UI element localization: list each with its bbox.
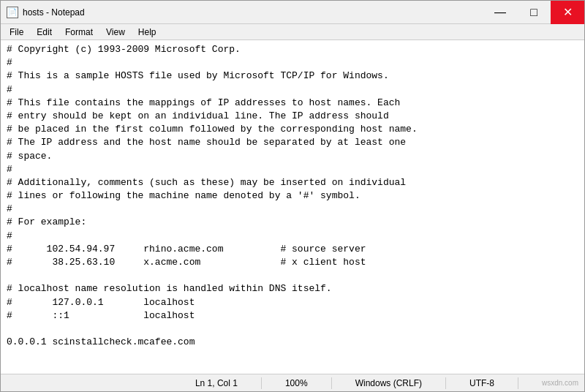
status-encoding: UTF-8	[469, 378, 494, 388]
status-divider-2	[331, 377, 332, 389]
zoom-label: 100%	[285, 378, 308, 388]
app-icon: 📄	[7, 7, 18, 18]
editor-content[interactable]: # Copyright (c) 1993-2009 Microsoft Corp…	[7, 43, 578, 374]
status-divider-1	[261, 377, 262, 389]
watermark-label: wsxdn.com	[542, 379, 578, 387]
window-title: hosts - Notepad	[23, 7, 85, 18]
menu-view[interactable]: View	[100, 26, 131, 39]
title-bar-left: 📄 hosts - Notepad	[7, 7, 85, 18]
editor-area[interactable]: # Copyright (c) 1993-2009 Microsoft Corp…	[1, 40, 584, 374]
maximize-button[interactable]: □	[517, 1, 551, 24]
menu-help[interactable]: Help	[132, 26, 162, 39]
close-button[interactable]: ✕	[551, 1, 584, 24]
window-controls: — □ ✕	[483, 1, 584, 24]
position-label: Ln 1, Col 1	[195, 378, 238, 388]
status-watermark: wsxdn.com	[542, 379, 578, 387]
status-line-endings: Windows (CRLF)	[355, 378, 422, 388]
status-position: Ln 1, Col 1	[195, 378, 238, 388]
status-bar: Ln 1, Col 1 100% Windows (CRLF) UTF-8 ws…	[1, 374, 584, 391]
status-divider-3	[445, 377, 446, 389]
minimize-button[interactable]: —	[483, 1, 517, 24]
title-bar: 📄 hosts - Notepad — □ ✕	[1, 1, 584, 24]
menu-file[interactable]: File	[4, 26, 29, 39]
menu-bar: File Edit Format View Help	[1, 24, 584, 40]
menu-edit[interactable]: Edit	[31, 26, 58, 39]
line-endings-label: Windows (CRLF)	[355, 378, 422, 388]
encoding-label: UTF-8	[469, 378, 494, 388]
notepad-window: 📄 hosts - Notepad — □ ✕ File Edit Format…	[0, 0, 585, 392]
status-divider-4	[518, 377, 518, 389]
status-zoom: 100%	[285, 378, 308, 388]
menu-format[interactable]: Format	[59, 26, 99, 39]
